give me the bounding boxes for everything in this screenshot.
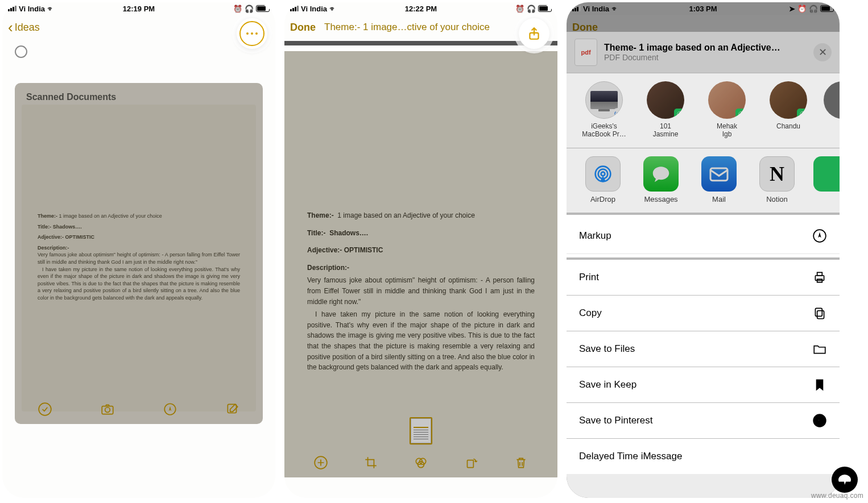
close-button[interactable]: ✕ (813, 43, 832, 61)
svg-rect-15 (710, 168, 728, 181)
clock-label: 12:22 PM (405, 5, 437, 13)
svg-point-2 (105, 408, 110, 413)
navigation-bar: ‹ Ideas (2, 15, 275, 40)
document-title: Theme:- 1 image…ctive of your choice (324, 22, 523, 33)
checklist-icon[interactable] (38, 402, 52, 417)
signal-icon (290, 6, 299, 11)
printer-icon (812, 270, 827, 285)
clock-label: 12:19 PM (123, 5, 155, 13)
chat-bubble-button[interactable] (832, 467, 858, 493)
share-header: pdf Theme- 1 image based on an Adjective… (567, 32, 840, 73)
trash-icon[interactable] (514, 455, 528, 470)
svg-rect-9 (468, 460, 474, 468)
crop-icon[interactable] (363, 455, 378, 470)
done-button[interactable]: Done (290, 22, 316, 34)
markup-icon[interactable] (163, 402, 177, 417)
clock-label: 1:03 PM (689, 5, 717, 13)
share-apps-row[interactable]: AirDrop Messages Mail N Notion (567, 148, 840, 213)
wifi-icon: ᯤ (611, 5, 619, 13)
share-actions-list: Markup Print Copy Save to Files (567, 218, 840, 474)
wifi-icon: ᯤ (329, 5, 337, 13)
contact-item[interactable]: ✆ 101Jasmine (639, 81, 692, 139)
more-button-highlight[interactable] (237, 18, 267, 49)
bottom-toolbar (2, 394, 275, 424)
chevron-left-icon: ‹ (8, 19, 13, 36)
bottom-toolbar (284, 448, 557, 477)
select-checkbox[interactable] (15, 45, 27, 58)
app-messages[interactable]: Messages (639, 156, 683, 203)
svg-point-22 (813, 414, 826, 427)
document-view[interactable]: Theme:- 1 image based on an Adjective of… (284, 51, 557, 477)
airdrop-icon (592, 163, 614, 185)
svg-point-12 (601, 172, 605, 176)
status-bar: Vi India ᯤ 12:19 PM ⏰ 🎧 (2, 2, 275, 15)
app-notion[interactable]: N Notion (755, 156, 799, 203)
share-file-subtitle: PDF Document (604, 53, 813, 62)
bookmark-icon (812, 377, 827, 392)
headphones-icon: 🎧 (809, 5, 818, 13)
carrier-label: Vi India (583, 5, 609, 13)
action-markup[interactable]: Markup (567, 218, 840, 254)
alarm-icon: ⏰ (515, 5, 524, 13)
section-title: Scanned Documents (22, 90, 256, 105)
status-bar: Vi India ᯤ 1:03 PM ➤ ⏰ 🎧 (567, 2, 840, 15)
signal-icon (572, 6, 581, 11)
watermark-label: www.deuaq.com (811, 492, 863, 500)
action-copy[interactable]: Copy (567, 296, 840, 331)
wifi-icon: ᯤ (47, 5, 55, 13)
share-button-highlight[interactable] (519, 18, 549, 49)
app-mail[interactable]: Mail (697, 156, 741, 203)
mail-icon (708, 163, 730, 185)
battery-icon (538, 5, 552, 12)
svg-rect-20 (817, 310, 824, 318)
action-delayed-imessage[interactable]: Delayed Time iMessage (567, 439, 840, 474)
contact-item[interactable]: ✆ (824, 81, 840, 139)
svg-rect-21 (815, 308, 822, 316)
alarm-icon: ⏰ (233, 5, 242, 13)
copy-icon (812, 306, 827, 321)
notion-icon: N (759, 156, 795, 192)
airdrop-badge-icon (612, 108, 623, 119)
whatsapp-badge-icon: ✆ (674, 109, 684, 119)
filter-icon[interactable] (414, 455, 428, 470)
location-icon: ➤ (789, 5, 795, 13)
back-button[interactable]: ‹ Ideas (8, 19, 40, 36)
battery-icon (820, 5, 834, 12)
compose-icon[interactable] (225, 402, 240, 417)
headphones-icon: 🎧 (245, 5, 254, 13)
carrier-label: Vi India (19, 5, 45, 13)
contact-item[interactable]: ✆ Chandu (762, 81, 815, 139)
add-page-icon[interactable] (313, 455, 328, 470)
whatsapp-badge-icon: ✆ (735, 109, 746, 119)
headphones-icon: 🎧 (527, 5, 536, 13)
app-more[interactable] (813, 156, 825, 203)
scanned-document-card[interactable]: Scanned Documents Theme:- 1 image based … (15, 83, 263, 424)
svg-rect-17 (815, 276, 824, 281)
camera-icon[interactable] (100, 402, 115, 417)
messages-icon (650, 163, 672, 185)
rotate-icon[interactable] (464, 455, 478, 470)
carrier-label: Vi India (301, 5, 327, 13)
share-file-title: Theme- 1 image based on an Adjective… (604, 43, 813, 53)
markup-pen-icon (812, 228, 827, 243)
pinterest-icon (812, 413, 827, 428)
action-save-in-keep[interactable]: Save in Keep (567, 367, 840, 403)
share-contacts-row[interactable]: iGeeks'sMacBook Pr… ✆ 101Jasmine ✆ Mehak… (567, 73, 840, 148)
document-page: Theme:- 1 image based on an Adjective of… (22, 105, 256, 411)
navigation-bar: Done Theme:- 1 image…ctive of your choic… (284, 15, 557, 40)
page-thumbnail[interactable] (411, 418, 431, 443)
pdf-file-icon: pdf (574, 39, 597, 66)
alarm-icon: ⏰ (797, 5, 807, 13)
screenshot-3: Vi India ᯤ 1:03 PM ➤ ⏰ 🎧 Done pdf Theme-… (567, 2, 840, 498)
share-sheet: pdf Theme- 1 image based on an Adjective… (567, 32, 840, 498)
action-print[interactable]: Print (567, 260, 840, 296)
airdrop-contact[interactable]: iGeeks'sMacBook Pr… (578, 81, 630, 139)
app-airdrop[interactable]: AirDrop (581, 156, 625, 203)
battery-icon (256, 5, 270, 12)
contact-item[interactable]: ✆ MehakIgb (701, 81, 753, 139)
screenshot-2: Vi India ᯤ 12:22 PM ⏰ 🎧 Done Theme:- 1 i… (284, 2, 557, 498)
action-save-to-files[interactable]: Save to Files (567, 331, 840, 367)
signal-icon (8, 6, 16, 11)
close-icon: ✕ (819, 46, 827, 59)
action-save-to-pinterest[interactable]: Save to Pinterest (567, 403, 840, 439)
